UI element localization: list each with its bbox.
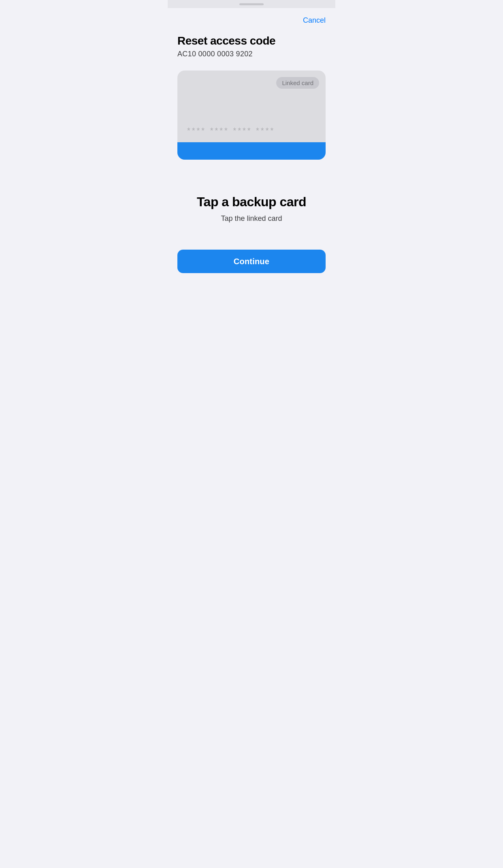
account-number: AC10 0000 0003 9202: [177, 50, 326, 58]
cancel-button[interactable]: Cancel: [303, 15, 326, 26]
continue-button[interactable]: Continue: [177, 250, 326, 273]
credit-card: Linked card **** **** **** ****: [177, 71, 326, 160]
card-blue-strip: [177, 142, 326, 160]
bottom-section: Continue: [168, 242, 335, 289]
screen: Cancel Reset access code AC10 0000 0003 …: [168, 0, 335, 289]
main-content: Tap a backup card Tap the linked card: [168, 160, 335, 242]
title-section: Reset access code AC10 0000 0003 9202: [168, 26, 335, 58]
linked-card-badge: Linked card: [276, 77, 319, 89]
card-number-masked: **** **** **** ****: [187, 126, 275, 135]
header: Cancel: [168, 8, 335, 26]
page-title: Reset access code: [177, 34, 326, 47]
tap-title: Tap a backup card: [197, 195, 306, 210]
drag-handle: [239, 3, 264, 5]
tap-subtitle: Tap the linked card: [221, 214, 282, 223]
card-container: Linked card **** **** **** ****: [177, 71, 326, 160]
drag-handle-area: [168, 0, 335, 8]
